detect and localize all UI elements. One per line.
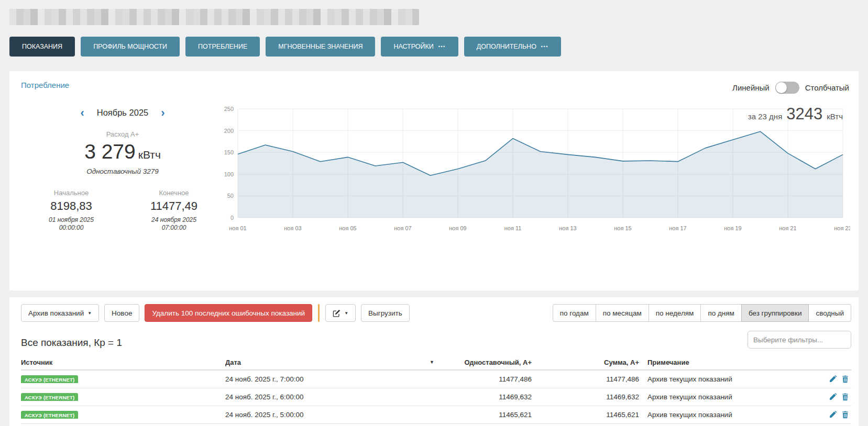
prev-month-icon[interactable]: ‹ xyxy=(80,108,84,118)
new-reading-button[interactable]: Новое xyxy=(104,304,139,322)
reading-note: Архив текущих показаний xyxy=(639,411,815,419)
chart-type-switch[interactable] xyxy=(775,82,799,94)
final-label: Конечное xyxy=(123,189,225,197)
column-sum[interactable]: Сумма, A+ xyxy=(532,358,639,366)
edit-icon[interactable] xyxy=(829,411,837,419)
reading-date: 24 нояб. 2025 г., 6:00:00 xyxy=(225,393,437,401)
reading-single: 11465,621 xyxy=(437,411,532,419)
initial-value: 8198,83 xyxy=(20,199,123,213)
toggle-label-bar: Столбчатый xyxy=(805,83,849,92)
tab-nastroyki[interactable]: НАСТРОЙКИ••• xyxy=(381,37,458,57)
expense-value: 3 279кВтч xyxy=(20,140,225,163)
reading-sum: 11465,621 xyxy=(532,411,639,419)
svg-text:0: 0 xyxy=(230,215,234,221)
no-grouping-button[interactable]: без группировки xyxy=(741,304,809,322)
filter-input[interactable] xyxy=(748,331,851,349)
svg-text:150: 150 xyxy=(224,149,234,155)
reading-sum: 11469,632 xyxy=(532,393,639,401)
tab-pokazaniya[interactable]: ПОКАЗАНИЯ xyxy=(9,37,75,57)
expense-unit: кВтч xyxy=(138,149,161,161)
initial-reading-block: Начальное 8198,83 01 ноября 2025 00:00:0… xyxy=(20,189,123,232)
group-by-months-button[interactable]: по месяцам xyxy=(596,304,649,322)
chevron-down-icon: ▼ xyxy=(344,311,348,316)
svg-text:100: 100 xyxy=(224,171,234,177)
svg-text:200: 200 xyxy=(224,128,234,134)
group-by-weeks-button[interactable]: по неделям xyxy=(649,304,701,322)
period-total-caption: за 23 дня 3243 кВтч xyxy=(748,105,843,124)
reading-note: Архив текущих показаний xyxy=(639,393,815,401)
edit-icon[interactable] xyxy=(829,375,837,383)
svg-text:ноя 17: ноя 17 xyxy=(669,225,686,231)
ellipsis-icon: ••• xyxy=(541,43,548,50)
reading-note: Архив текущих показаний xyxy=(639,375,815,383)
delete-icon[interactable] xyxy=(841,411,849,419)
readings-card: Архив показаний ▼ Новое Удалить 100 посл… xyxy=(9,297,859,426)
svg-text:ноя 21: ноя 21 xyxy=(779,225,796,231)
table-row: АСКУЭ (ETHERNET) 24 нояб. 2025 г., 6:00:… xyxy=(21,388,851,406)
delete-icon[interactable] xyxy=(841,393,849,401)
svg-text:ноя 07: ноя 07 xyxy=(394,225,411,231)
final-datetime: 24 ноября 2025 07:00:00 xyxy=(123,216,225,232)
toolbar-separator xyxy=(318,304,320,322)
svg-text:250: 250 xyxy=(224,106,234,112)
final-value: 11477,49 xyxy=(123,199,225,213)
table-header: Источник Дата ▼ Одноставочный, A+ Сумма,… xyxy=(21,355,851,371)
svg-text:ноя 05: ноя 05 xyxy=(339,225,356,231)
edit-icon[interactable] xyxy=(829,393,837,401)
readings-toolbar: Архив показаний ▼ Новое Удалить 100 посл… xyxy=(21,304,851,322)
export-button[interactable]: Выгрузить xyxy=(361,304,410,322)
next-month-icon[interactable]: › xyxy=(161,108,164,118)
consumption-card: Потребление Линейный Столбчатый ‹ Ноябрь… xyxy=(9,71,859,290)
column-date[interactable]: Дата ▼ xyxy=(225,358,437,366)
svg-text:50: 50 xyxy=(227,193,234,199)
chart-type-toggle-row: Линейный Столбчатый xyxy=(732,82,849,94)
reading-date: 24 нояб. 2025 г., 7:00:00 xyxy=(225,375,437,383)
sort-desc-icon[interactable]: ▼ xyxy=(430,360,434,365)
censored-title-block xyxy=(9,9,419,25)
svg-text:ноя 01: ноя 01 xyxy=(229,225,246,231)
month-stats-panel: ‹ Ноябрь 2025 › Расход A+ 3 279кВтч Одно… xyxy=(20,104,225,232)
switch-knob xyxy=(776,82,787,93)
tariff-note: Одноставочный 3279 xyxy=(20,167,225,175)
source-badge: АСКУЭ (ETHERNET) xyxy=(21,375,78,383)
group-by-years-button[interactable]: по годам xyxy=(553,304,596,322)
column-source[interactable]: Источник xyxy=(21,358,225,366)
source-badge: АСКУЭ (ETHERNET) xyxy=(21,393,78,401)
chevron-down-icon: ▼ xyxy=(87,311,92,316)
delete-errors-button[interactable]: Удалить 100 последних ошибочных показани… xyxy=(145,304,312,322)
source-badge: АСКУЭ (ETHERNET) xyxy=(21,411,78,419)
delete-icon[interactable] xyxy=(841,375,849,383)
reading-sum: 11477,486 xyxy=(532,375,639,383)
card-title: Потребление xyxy=(21,81,69,89)
pencil-square-icon xyxy=(333,309,340,317)
svg-text:ноя 23: ноя 23 xyxy=(834,225,850,231)
svg-text:ноя 09: ноя 09 xyxy=(449,225,466,231)
table-row: АСКУЭ (ETHERNET) 24 нояб. 2025 г., 5:00:… xyxy=(21,406,851,424)
month-navigator: ‹ Ноябрь 2025 › xyxy=(20,108,225,118)
archive-dropdown-button[interactable]: Архив показаний ▼ xyxy=(21,304,99,322)
expense-label: Расход A+ xyxy=(20,130,225,138)
final-reading-block: Конечное 11477,49 24 ноября 2025 07:00:0… xyxy=(123,189,225,232)
initial-label: Начальное xyxy=(20,189,123,197)
edit-dropdown-button[interactable]: ▼ xyxy=(325,304,356,322)
toggle-label-linear: Линейный xyxy=(732,83,770,92)
column-note[interactable]: Примечание xyxy=(639,358,815,366)
svg-text:ноя 13: ноя 13 xyxy=(559,225,576,231)
ellipsis-icon: ••• xyxy=(438,43,446,50)
svg-text:ноя 19: ноя 19 xyxy=(724,225,741,231)
summary-button[interactable]: сводный xyxy=(808,304,851,322)
svg-text:ноя 03: ноя 03 xyxy=(284,225,301,231)
table-row: АСКУЭ (ETHERNET) 24 нояб. 2025 г., 7:00:… xyxy=(21,371,851,388)
readings-section-title: Все показания, Кр = 1 xyxy=(21,337,122,349)
tab-dopolnitelno[interactable]: ДОПОЛНИТЕЛЬНО••• xyxy=(464,37,561,57)
tab-mgnovennye-znacheniya[interactable]: МГНОВЕННЫЕ ЗНАЧЕНИЯ xyxy=(266,37,375,57)
tab-profil-moshchnosti[interactable]: ПРОФИЛЬ МОЩНОСТИ xyxy=(81,37,180,57)
initial-datetime: 01 ноября 2025 00:00:00 xyxy=(20,216,123,232)
consumption-chart: 050100150200250ноя 01ноя 03ноя 05ноя 07н… xyxy=(219,102,851,248)
group-by-days-button[interactable]: по дням xyxy=(700,304,742,322)
tab-potreblenie[interactable]: ПОТРЕБЛЕНИЕ xyxy=(185,37,260,57)
column-single[interactable]: Одноставочный, A+ xyxy=(437,358,532,366)
reading-single: 11477,486 xyxy=(437,375,532,383)
svg-text:ноя 15: ноя 15 xyxy=(614,225,631,231)
reading-single: 11469,632 xyxy=(437,393,532,401)
